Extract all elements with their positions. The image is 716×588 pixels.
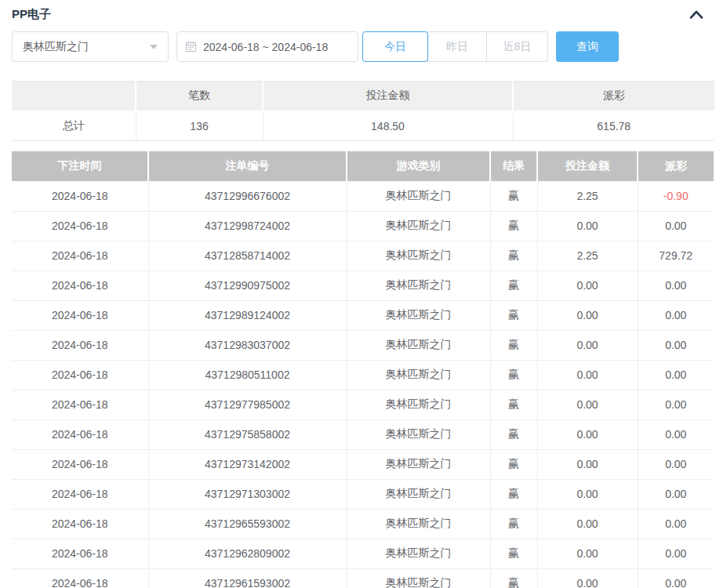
panel-header: PP电子 [0, 0, 716, 22]
table-cell: -0.90 [638, 181, 714, 211]
column-header: 下注时间 [12, 151, 148, 181]
column-header: 投注金额 [537, 151, 638, 181]
table-row: 2024-06-1843712980511002奥林匹斯之门赢0.000.00 [12, 360, 714, 390]
chevron-up-icon [689, 10, 703, 22]
summary-body: 总计136148.50615.78 [12, 111, 714, 141]
table-cell: 2024-06-18 [12, 360, 148, 390]
table-cell: 奥林匹斯之门 [347, 211, 490, 241]
last-8-days-button[interactable]: 近8日 [486, 31, 548, 62]
table-row: 2024-06-1843712858714002奥林匹斯之门赢2.25729.7… [12, 241, 714, 270]
table-cell: 0.00 [638, 360, 714, 390]
table-cell: 0.00 [537, 479, 638, 509]
table-cell: 赢 [490, 181, 537, 211]
today-button[interactable]: 今日 [362, 31, 428, 62]
table-cell: 2024-06-18 [12, 568, 148, 588]
yesterday-button[interactable]: 昨日 [427, 31, 487, 62]
table-cell: 奥林匹斯之门 [347, 509, 490, 539]
table-cell: 赢 [490, 360, 537, 390]
table-cell: 0.00 [537, 568, 638, 588]
table-row: 2024-06-1843712975858002奥林匹斯之门赢0.000.00 [12, 419, 714, 449]
collapse-button[interactable] [689, 9, 703, 20]
summary-header-row: 笔数投注金额派彩 [12, 82, 714, 111]
table-cell: 615.78 [513, 111, 714, 141]
table-row: 2024-06-1843712990975002奥林匹斯之门赢0.000.00 [12, 270, 714, 300]
table-cell: 2024-06-18 [12, 479, 148, 509]
table-cell: 赢 [490, 479, 537, 509]
table-cell: 0.00 [537, 360, 638, 390]
table-cell: 2024-06-18 [12, 330, 148, 360]
table-cell: 0.00 [638, 270, 714, 300]
table-cell: 奥林匹斯之门 [347, 479, 490, 509]
filter-bar: 奥林匹斯之门 2024-06-18 ~ 2024-06-18 今日 昨日 近8日… [0, 31, 716, 62]
game-select[interactable]: 奥林匹斯之门 [12, 31, 169, 62]
table-cell: 0.00 [638, 568, 714, 588]
query-button[interactable]: 查询 [556, 31, 619, 62]
table-cell: 2024-06-18 [12, 509, 148, 539]
table-cell: 0.00 [537, 539, 638, 568]
table-cell: 2024-06-18 [12, 419, 148, 449]
table-cell: 2024-06-18 [12, 211, 148, 241]
table-cell: 0.00 [537, 300, 638, 330]
table-cell: 43712990975002 [148, 270, 347, 300]
table-cell: 2024-06-18 [12, 241, 148, 270]
game-select-value: 奥林匹斯之门 [23, 40, 89, 54]
table-row: 2024-06-1843712973142002奥林匹斯之门赢0.000.00 [12, 449, 714, 479]
table-cell: 43712975858002 [148, 419, 347, 449]
column-header: 结果 [490, 151, 537, 181]
table-cell: 136 [136, 111, 263, 141]
table-cell: 0.00 [537, 330, 638, 360]
table-cell: 2024-06-18 [12, 270, 148, 300]
bet-records-table: 下注时间注单编号游戏类别结果投注金额派彩 2024-06-18437129966… [12, 151, 714, 588]
table-cell: 43712961593002 [148, 568, 347, 588]
records-body: 2024-06-1843712996676002奥林匹斯之门赢2.25-0.90… [12, 181, 714, 588]
table-cell: 奥林匹斯之门 [347, 300, 490, 330]
table-cell: 43712998724002 [148, 211, 347, 241]
table-row: 2024-06-1843712962809002奥林匹斯之门赢0.000.00 [12, 539, 714, 568]
table-cell: 43712965593002 [148, 509, 347, 539]
table-cell: 2024-06-18 [12, 449, 148, 479]
table-cell: 赢 [490, 270, 537, 300]
date-range-value: 2024-06-18 ~ 2024-06-18 [203, 41, 328, 53]
table-cell: 2.25 [537, 181, 638, 211]
column-header: 投注金额 [263, 82, 513, 111]
table-row: 2024-06-1843712961593002奥林匹斯之门赢0.000.00 [12, 568, 714, 588]
table-cell: 赢 [490, 330, 537, 360]
table-cell: 2024-06-18 [12, 390, 148, 419]
column-header: 游戏类别 [347, 151, 490, 181]
table-cell: 43712971303002 [148, 479, 347, 509]
calendar-icon [185, 41, 197, 53]
table-cell: 赢 [490, 241, 537, 270]
table-cell: 奥林匹斯之门 [347, 390, 490, 419]
column-header [12, 82, 136, 111]
table-cell: 奥林匹斯之门 [347, 241, 490, 270]
table-cell: 0.00 [638, 211, 714, 241]
table-cell: 总计 [12, 111, 136, 141]
table-cell: 2024-06-18 [12, 300, 148, 330]
table-cell: 0.00 [638, 449, 714, 479]
table-cell: 2024-06-18 [12, 181, 148, 211]
table-cell: 0.00 [537, 449, 638, 479]
table-cell: 赢 [490, 300, 537, 330]
table-row: 2024-06-1843712971303002奥林匹斯之门赢0.000.00 [12, 479, 714, 509]
page-title: PP电子 [12, 7, 51, 22]
table-cell: 奥林匹斯之门 [347, 360, 490, 390]
table-cell: 0.00 [638, 390, 714, 419]
table-cell: 43712858714002 [148, 241, 347, 270]
table-cell: 0.00 [537, 419, 638, 449]
table-cell: 43712973142002 [148, 449, 347, 479]
table-cell: 奥林匹斯之门 [347, 330, 490, 360]
table-cell: 0.00 [638, 300, 714, 330]
table-cell: 0.00 [638, 330, 714, 360]
column-header: 笔数 [136, 82, 263, 111]
table-cell: 43712983037002 [148, 330, 347, 360]
table-cell: 赢 [490, 449, 537, 479]
table-cell: 奥林匹斯之门 [347, 539, 490, 568]
caret-down-icon [150, 45, 158, 49]
table-cell: 2024-06-18 [12, 539, 148, 568]
table-cell: 43712996676002 [148, 181, 347, 211]
date-range-input[interactable]: 2024-06-18 ~ 2024-06-18 [176, 31, 358, 62]
table-cell: 43712962809002 [148, 539, 347, 568]
table-cell: 赢 [490, 568, 537, 588]
table-cell: 赢 [490, 539, 537, 568]
table-cell: 148.50 [263, 111, 513, 141]
